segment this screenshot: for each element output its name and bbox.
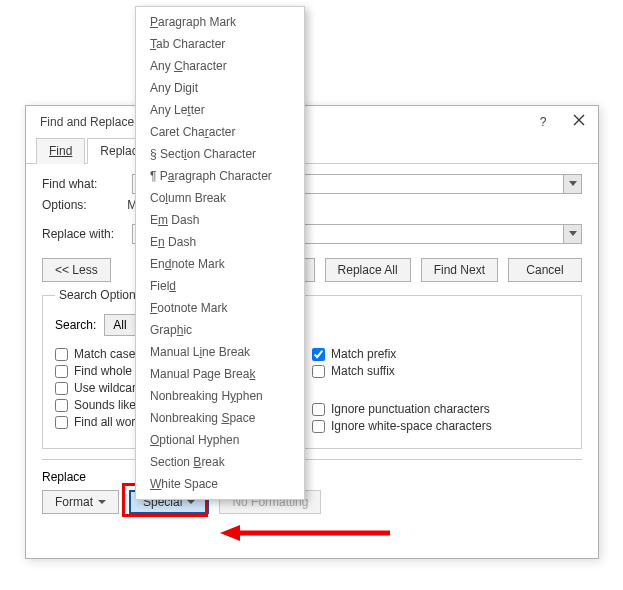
find-what-label: Find what: xyxy=(42,177,124,191)
check-ignore-ws[interactable]: Ignore white-space characters xyxy=(312,419,569,433)
menu-item-field[interactable]: Field xyxy=(136,275,304,297)
replace-with-dropdown[interactable] xyxy=(563,225,581,243)
menu-item-manual-page-break[interactable]: Manual Page Break xyxy=(136,363,304,385)
less-button[interactable]: << Less xyxy=(42,258,111,282)
check-match-prefix[interactable]: Match prefix xyxy=(312,347,569,361)
tab-bar: Find Replace Go To xyxy=(26,137,598,164)
search-options-group: Search Options Search: All Match case Fi… xyxy=(42,288,582,449)
check-match-suffix[interactable]: Match suffix xyxy=(312,364,569,378)
find-what-dropdown[interactable] xyxy=(563,175,581,193)
menu-item-nonbreaking-space[interactable]: Nonbreaking Space xyxy=(136,407,304,429)
search-direction-label: Search: xyxy=(55,318,96,332)
menu-item-em-dash[interactable]: Em Dash xyxy=(136,209,304,231)
menu-item-white-space[interactable]: White Space xyxy=(136,473,304,495)
format-button[interactable]: Format xyxy=(42,490,119,514)
menu-item-section-character[interactable]: § Section Character xyxy=(136,143,304,165)
menu-item-paragraph-character[interactable]: ¶ Paragraph Character xyxy=(136,165,304,187)
help-button[interactable]: ? xyxy=(534,115,552,129)
titlebar: Find and Replace ? xyxy=(26,106,598,137)
menu-item-any-character[interactable]: Any Character xyxy=(136,55,304,77)
menu-item-manual-line-break[interactable]: Manual Line Break xyxy=(136,341,304,363)
options-label: Options: xyxy=(42,198,124,212)
find-next-button[interactable]: Find Next xyxy=(421,258,498,282)
menu-item-footnote-mark[interactable]: Footnote Mark xyxy=(136,297,304,319)
menu-item-endnote-mark[interactable]: Endnote Mark xyxy=(136,253,304,275)
menu-item-tab-character[interactable]: Tab Character xyxy=(136,33,304,55)
menu-item-section-break[interactable]: Section Break xyxy=(136,451,304,473)
dialog-title: Find and Replace xyxy=(40,115,134,129)
menu-item-caret-character[interactable]: Caret Character xyxy=(136,121,304,143)
menu-item-paragraph-mark[interactable]: Paragraph Mark xyxy=(136,11,304,33)
check-ignore-punct[interactable]: Ignore punctuation characters xyxy=(312,402,569,416)
menu-item-graphic[interactable]: Graphic xyxy=(136,319,304,341)
menu-item-any-letter[interactable]: Any Letter xyxy=(136,99,304,121)
search-options-legend: Search Options xyxy=(55,288,146,302)
find-replace-dialog: Find and Replace ? Find Replace Go To Fi… xyxy=(25,105,599,559)
cancel-button[interactable]: Cancel xyxy=(508,258,582,282)
special-menu[interactable]: Paragraph MarkTab CharacterAny Character… xyxy=(135,6,305,500)
menu-item-optional-hyphen[interactable]: Optional Hyphen xyxy=(136,429,304,451)
replace-with-label: Replace with: xyxy=(42,227,124,241)
menu-item-column-break[interactable]: Column Break xyxy=(136,187,304,209)
menu-item-any-digit[interactable]: Any Digit xyxy=(136,77,304,99)
replace-all-button[interactable]: Replace All xyxy=(325,258,411,282)
replace-section-label: Replace xyxy=(42,470,582,484)
close-button[interactable] xyxy=(570,114,588,129)
menu-item-nonbreaking-hyphen[interactable]: Nonbreaking Hyphen xyxy=(136,385,304,407)
tab-find[interactable]: Find xyxy=(36,138,85,164)
menu-item-en-dash[interactable]: En Dash xyxy=(136,231,304,253)
